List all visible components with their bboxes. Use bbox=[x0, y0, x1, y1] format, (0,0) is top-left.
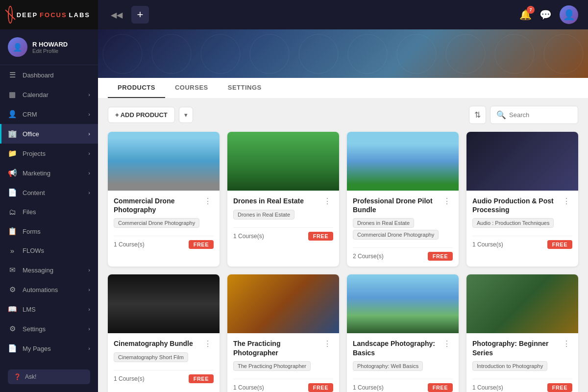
product-title: Commercial Drone Photography bbox=[114, 196, 202, 214]
sidebar-item-lms[interactable]: 📖 LMS › bbox=[0, 299, 98, 319]
product-header: Landscape Photography: Basics ⋮ bbox=[353, 339, 453, 357]
chevron-right-icon: › bbox=[88, 170, 90, 176]
sidebar-item-calendar[interactable]: ▦ Calendar › bbox=[0, 85, 98, 104]
free-badge: FREE bbox=[547, 240, 572, 249]
sidebar-item-dashboard[interactable]: ☰ Dashboard bbox=[0, 65, 98, 85]
sidebar-item-label: LMS bbox=[23, 306, 36, 313]
sidebar-item-automations[interactable]: ⚙ Automations › bbox=[0, 280, 98, 299]
product-menu-button[interactable]: ⋮ bbox=[202, 339, 214, 348]
free-badge: FREE bbox=[547, 383, 572, 392]
sidebar-item-crm[interactable]: 👤 CRM › bbox=[0, 104, 98, 124]
sidebar-item-forms[interactable]: 📋 Forms bbox=[0, 221, 98, 241]
sidebar-item-my-pages[interactable]: 📄 My Pages › bbox=[0, 339, 98, 358]
search-icon: 🔍 bbox=[496, 110, 506, 120]
header-right: 🔔 7 💬 👤 bbox=[519, 5, 578, 24]
product-tags: Drones in Real EstateCommercial Drone Ph… bbox=[353, 218, 453, 242]
collapse-button[interactable]: ◀◀ bbox=[108, 7, 125, 23]
ask-button[interactable]: ❓ Ask! bbox=[8, 369, 90, 384]
calendar-icon: ▦ bbox=[8, 90, 17, 99]
product-title: Professional Drone Pilot Bundle bbox=[353, 196, 441, 214]
sidebar-item-label: Automations bbox=[23, 286, 58, 294]
sidebar-item-label: Marketing bbox=[23, 170, 50, 177]
product-menu-button[interactable]: ⋮ bbox=[561, 339, 572, 348]
content-area: PRODUCTS COURSES SETTINGS + ADD PRODUCT … bbox=[98, 29, 588, 392]
brand-center: FOCUS bbox=[40, 11, 67, 19]
course-count: 1 Course(s) bbox=[472, 241, 503, 248]
projects-icon: 📁 bbox=[8, 149, 17, 158]
product-menu-button[interactable]: ⋮ bbox=[321, 339, 333, 348]
product-menu-button[interactable]: ⋮ bbox=[321, 196, 333, 206]
sidebar-item-messaging[interactable]: ✉ Messaging › bbox=[0, 260, 98, 280]
filter-button[interactable]: ⇅ bbox=[469, 106, 486, 124]
products-area: + ADD PRODUCT ▾ ⇅ 🔍 bbox=[98, 98, 588, 392]
product-menu-button[interactable]: ⋮ bbox=[561, 196, 572, 206]
product-title: Landscape Photography: Basics bbox=[353, 339, 441, 357]
chevron-right-icon: › bbox=[88, 267, 90, 273]
tab-products[interactable]: PRODUCTS bbox=[108, 78, 165, 98]
product-title: Cinematography Bundle bbox=[114, 339, 202, 348]
logo-icon bbox=[8, 6, 13, 24]
sidebar-item-label: Messaging bbox=[23, 267, 53, 274]
product-thumbnail bbox=[466, 132, 578, 191]
sidebar-item-label: Office bbox=[23, 130, 39, 138]
content-icon: 📄 bbox=[8, 188, 17, 197]
product-thumbnail bbox=[347, 132, 459, 191]
chevron-right-icon: › bbox=[88, 287, 90, 293]
product-tags: Photography: Well Basics bbox=[353, 361, 453, 373]
sidebar-item-settings[interactable]: ⚙ Settings › bbox=[0, 319, 98, 339]
tab-courses[interactable]: COURSES bbox=[165, 78, 218, 98]
chevron-right-icon: › bbox=[88, 131, 90, 137]
product-card-audio-production[interactable]: Audio Production & Post Processing ⋮ Aud… bbox=[466, 132, 578, 267]
lms-icon: 📖 bbox=[8, 305, 17, 314]
ask-label: Ask! bbox=[25, 373, 36, 380]
active-indicator bbox=[0, 124, 1, 144]
messages-button[interactable]: 💬 bbox=[539, 9, 552, 21]
free-badge: FREE bbox=[308, 232, 333, 241]
product-footer: 1 Course(s) FREE bbox=[233, 379, 333, 392]
product-footer: 1 Course(s) FREE bbox=[472, 379, 572, 392]
search-input[interactable] bbox=[509, 111, 572, 119]
product-thumbnail bbox=[108, 274, 220, 333]
sidebar-item-projects[interactable]: 📁 Projects › bbox=[0, 144, 98, 163]
ask-icon: ❓ bbox=[14, 373, 21, 380]
tab-settings[interactable]: SETTINGS bbox=[218, 78, 271, 98]
product-tags: Introduction to Photography bbox=[472, 361, 572, 373]
user-section: 👤 R HOWARD Edit Profile bbox=[0, 29, 98, 65]
product-card-commercial-drone[interactable]: Commercial Drone Photography ⋮ Commercia… bbox=[108, 132, 220, 267]
sidebar-item-label: CRM bbox=[23, 111, 37, 118]
product-footer: 1 Course(s) FREE bbox=[114, 236, 214, 249]
product-card-professional-drone-pilot[interactable]: Professional Drone Pilot Bundle ⋮ Drones… bbox=[347, 132, 459, 267]
brand-right: LABS bbox=[69, 11, 90, 19]
free-badge: FREE bbox=[428, 252, 453, 261]
automations-icon: ⚙ bbox=[8, 285, 17, 294]
sidebar-item-marketing[interactable]: 📢 Marketing › bbox=[0, 163, 98, 183]
course-count: 1 Course(s) bbox=[114, 241, 145, 248]
product-menu-button[interactable]: ⋮ bbox=[441, 339, 453, 348]
chevron-right-icon: › bbox=[88, 326, 90, 332]
product-card-drones-real-estate[interactable]: Drones in Real Estate ⋮ Drones in Real E… bbox=[227, 132, 339, 267]
add-button[interactable]: + bbox=[131, 6, 149, 24]
notification-badge: 7 bbox=[527, 6, 535, 14]
product-card-practicing-photographer[interactable]: The Practicing Photographer ⋮ The Practi… bbox=[227, 274, 339, 392]
sidebar-item-label: FLOWs bbox=[23, 247, 44, 254]
product-card-photography-beginner[interactable]: Photography: Beginner Series ⋮ Introduct… bbox=[466, 274, 578, 392]
edit-profile-link[interactable]: Edit Profile bbox=[32, 48, 90, 54]
notification-button[interactable]: 🔔 7 bbox=[519, 9, 532, 21]
sidebar-item-label: Forms bbox=[23, 228, 41, 235]
course-count: 2 Course(s) bbox=[353, 253, 384, 260]
product-title: The Practicing Photographer bbox=[233, 339, 321, 357]
sidebar-item-files[interactable]: 🗂 Files bbox=[0, 202, 98, 221]
sidebar-item-flows[interactable]: » FLOWs bbox=[0, 241, 98, 260]
crm-icon: 👤 bbox=[8, 110, 17, 119]
add-product-button[interactable]: + ADD PRODUCT bbox=[108, 107, 175, 123]
product-card-cinematography-bundle[interactable]: Cinematography Bundle ⋮ Cinematography S… bbox=[108, 274, 220, 392]
product-card-landscape-photography[interactable]: Landscape Photography: Basics ⋮ Photogra… bbox=[347, 274, 459, 392]
sidebar-item-office[interactable]: 🏢 Office › bbox=[0, 124, 98, 144]
profile-avatar[interactable]: 👤 bbox=[560, 5, 578, 24]
product-tag: Commercial Drone Photography bbox=[353, 230, 439, 240]
sidebar-item-content[interactable]: 📄 Content › bbox=[0, 183, 98, 202]
product-menu-button[interactable]: ⋮ bbox=[441, 196, 453, 206]
top-header: ◀◀ + 🔔 7 💬 👤 bbox=[98, 0, 588, 29]
product-menu-button[interactable]: ⋮ bbox=[202, 196, 214, 206]
dropdown-button[interactable]: ▾ bbox=[179, 107, 193, 123]
